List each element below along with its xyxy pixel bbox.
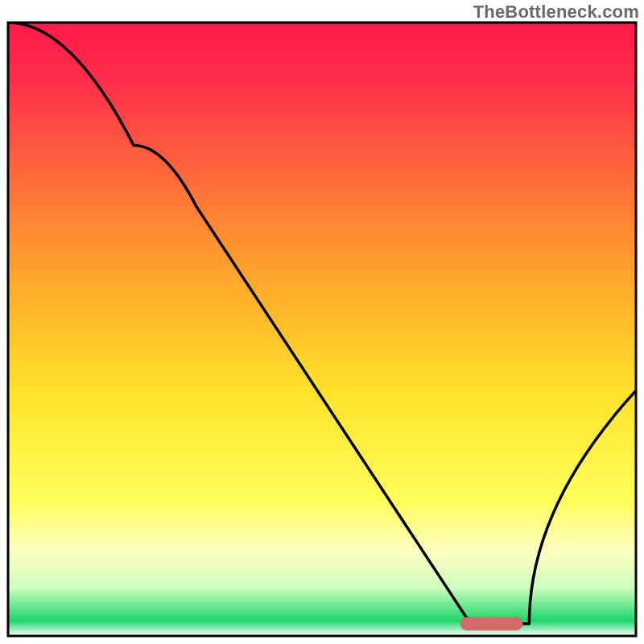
- optimal-marker: [460, 617, 523, 630]
- chart-container: TheBottleneck.com: [0, 0, 644, 644]
- plot-area: [8, 23, 636, 636]
- watermark-label: TheBottleneck.com: [473, 2, 639, 23]
- bottleneck-chart: [0, 0, 644, 644]
